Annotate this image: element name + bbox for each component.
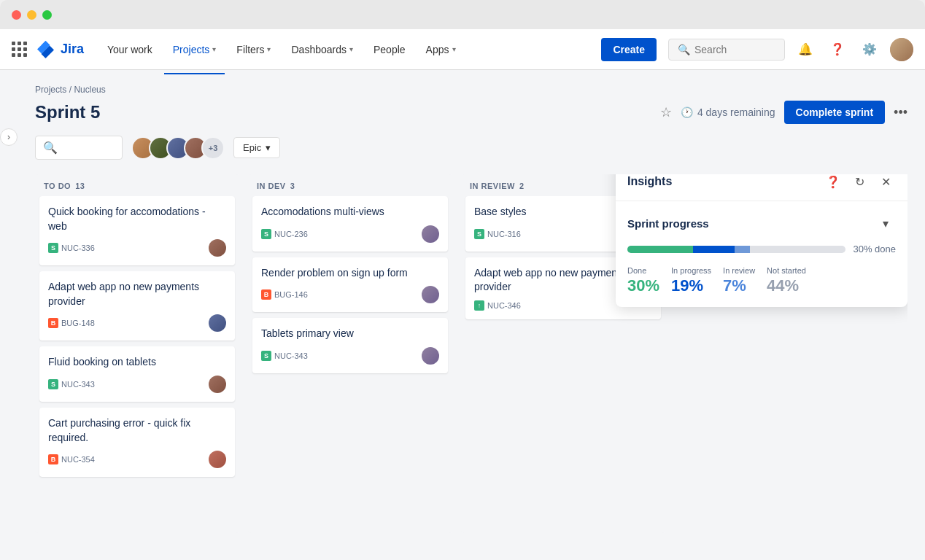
create-button[interactable]: Create [601, 38, 657, 61]
breadcrumb-projects-link[interactable]: Projects [35, 85, 66, 95]
window-chrome [0, 0, 925, 29]
help-button[interactable]: ❓ [826, 38, 849, 61]
column-indev: IN DEV 3 Accomodations multi-views S NUC… [248, 174, 452, 533]
stats-row: Done 30% In progress 19% In review 7% [627, 266, 896, 295]
navbar: Jira Your work Projects ▾ Filters ▾ Dash… [0, 29, 925, 70]
breadcrumb-project-link[interactable]: Nucleus [74, 85, 105, 95]
card-footer: B NUC-354 [48, 451, 226, 468]
jira-logo[interactable]: Jira [36, 39, 84, 60]
bug-icon: B [261, 289, 271, 300]
card-nuc-343b[interactable]: Tablets primary view S NUC-343 [252, 318, 448, 373]
nav-projects[interactable]: Projects ▾ [164, 38, 225, 61]
nav-icons: 🔔 ❓ ⚙️ [794, 38, 913, 61]
card-nuc-354[interactable]: Cart purchasing error - quick fix requir… [39, 408, 235, 477]
card-tag: B BUG-146 [261, 289, 308, 300]
card-footer: B BUG-148 [48, 314, 226, 332]
card-nuc-236[interactable]: Accomodations multi-views S NUC-236 [252, 196, 448, 252]
nav-items: Your work Projects ▾ Filters ▾ Dashboard… [98, 38, 601, 61]
card-tag: S NUC-343 [48, 379, 95, 389]
insights-panel: Insights ❓ ↻ ✕ Sprint progress ▾ [616, 174, 907, 307]
card-avatar [209, 239, 226, 257]
card-footer: S NUC-236 [261, 225, 439, 243]
insights-panel-header: Insights ❓ ↻ ✕ [616, 174, 907, 201]
search-icon: 🔍 [678, 44, 690, 55]
board-search[interactable]: 🔍 [35, 136, 123, 160]
board-header: Sprint 5 ☆ 🕐 4 days remaining Complete s… [35, 101, 907, 124]
minimize-window-button[interactable] [27, 10, 36, 20]
bug-icon: B [48, 454, 58, 464]
filter-avatar-count[interactable]: +3 [201, 136, 225, 160]
card-nuc-336[interactable]: Quick booking for accomodations - web S … [39, 196, 235, 265]
story-icon: S [48, 243, 58, 253]
star-button[interactable]: ☆ [660, 104, 672, 120]
card-bug-148[interactable]: Adapt web app no new payments provider B… [39, 271, 235, 341]
bug-icon: B [48, 318, 58, 328]
complete-sprint-button[interactable]: Complete sprint [784, 101, 886, 124]
card-tag: B BUG-148 [48, 318, 95, 328]
sprint-progress-expand-button[interactable]: ▾ [875, 213, 896, 233]
card-avatar [209, 376, 226, 393]
progress-in-progress [693, 246, 735, 253]
epic-filter-button[interactable]: Epic ▾ [233, 137, 280, 158]
board-search-input[interactable] [62, 142, 120, 153]
insights-refresh-button[interactable]: ↻ [849, 174, 870, 192]
insights-header-actions: ❓ ↻ ✕ [823, 174, 896, 192]
main-content: › Projects / Nucleus Sprint 5 ☆ 🕐 4 days… [0, 70, 925, 560]
search-input[interactable] [694, 44, 767, 55]
column-indev-header: IN DEV 3 [248, 174, 452, 196]
card-footer: S NUC-343 [261, 347, 439, 365]
card-bug-146[interactable]: Render problem on sign up form B BUG-146 [252, 257, 448, 313]
story-icon: S [261, 229, 271, 239]
nav-filters[interactable]: Filters ▾ [228, 38, 279, 61]
epic-label: Epic [243, 142, 261, 153]
stat-in-progress: In progress 19% [671, 266, 711, 295]
progress-done [627, 246, 693, 253]
card-footer: S NUC-336 [48, 239, 226, 257]
clock-icon: 🕐 [681, 106, 693, 118]
filter-bar: 🔍 +3 Epic ▾ [35, 136, 907, 160]
card-nuc-343[interactable]: Fluid booking on tablets S NUC-343 [39, 346, 235, 402]
progress-bar [627, 246, 845, 253]
card-tag: B NUC-354 [48, 454, 95, 464]
user-avatar[interactable] [890, 38, 913, 61]
jira-logo-text: Jira [61, 42, 84, 57]
sidebar-toggle-button[interactable]: › [0, 128, 18, 146]
card-avatar [422, 286, 439, 303]
kanban-board: TO DO 13 Quick booking for accomodations… [35, 174, 907, 533]
notifications-button[interactable]: 🔔 [794, 38, 817, 61]
insights-help-button[interactable]: ❓ [823, 174, 843, 192]
card-avatar [209, 314, 226, 332]
maximize-window-button[interactable] [42, 10, 52, 20]
stat-in-review: In review 7% [723, 266, 755, 295]
chevron-down-icon: ▾ [349, 45, 353, 53]
nav-apps[interactable]: Apps ▾ [417, 38, 465, 61]
nav-people[interactable]: People [365, 38, 414, 61]
card-footer: S NUC-343 [48, 376, 226, 393]
more-options-button[interactable]: ••• [894, 105, 907, 120]
sprint-progress-title: Sprint progress [627, 217, 709, 230]
improvement-icon: ↑ [474, 300, 484, 311]
nav-your-work[interactable]: Your work [98, 38, 161, 61]
insights-area: GROUP BY Choices ▾ Insights [674, 174, 907, 533]
sprint-progress-header: Sprint progress ▾ [627, 213, 896, 233]
card-tag: S NUC-336 [48, 243, 95, 253]
sprint-title: Sprint 5 [35, 102, 100, 122]
card-avatar [422, 225, 439, 243]
column-todo-cards: Quick booking for accomodations - web S … [35, 196, 239, 533]
avatar-filter: +3 [131, 136, 225, 160]
nav-dashboards[interactable]: Dashboards ▾ [282, 38, 362, 61]
search-box[interactable]: 🔍 [668, 39, 785, 61]
insights-body: Sprint progress ▾ 30% done [616, 201, 907, 307]
app-switcher-button[interactable] [12, 42, 27, 57]
card-avatar [422, 347, 439, 365]
settings-button[interactable]: ⚙️ [858, 38, 881, 61]
card-tag: S NUC-236 [261, 229, 308, 239]
close-window-button[interactable] [12, 10, 21, 20]
column-todo-header: TO DO 13 [35, 174, 239, 196]
card-footer: B BUG-146 [261, 286, 439, 303]
story-icon: S [474, 229, 484, 239]
story-icon: S [261, 351, 271, 361]
insights-close-button[interactable]: ✕ [875, 174, 896, 192]
card-tag: ↑ NUC-346 [474, 300, 521, 311]
chevron-down-icon: ▾ [452, 45, 456, 53]
